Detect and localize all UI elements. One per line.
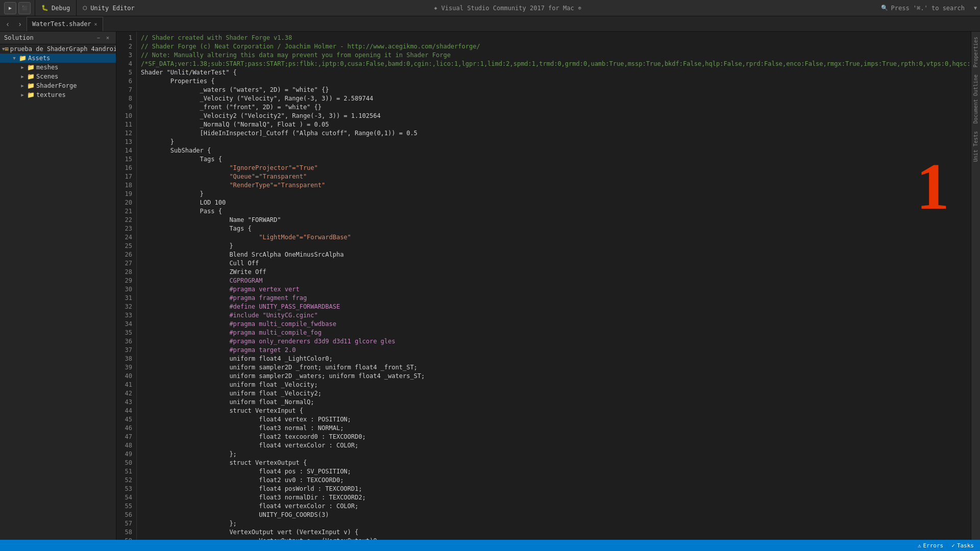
search-area[interactable]: 🔍 Press '⌘.' to search: [875, 0, 971, 16]
forward-button[interactable]: ›: [14, 18, 26, 30]
line-number: 6: [116, 77, 132, 86]
code-line: ZWrite Off: [141, 268, 967, 277]
code-line: uniform sampler2D _front; uniform float4…: [141, 363, 967, 372]
line-number: 29: [116, 277, 132, 285]
line-number: 21: [116, 207, 132, 216]
code-line: #pragma fragment frag: [141, 294, 967, 303]
main-layout: Solution − × ▼ ⊞ prueba de ShaderGraph 4…: [0, 32, 980, 551]
topbar-expand[interactable]: ▼: [971, 5, 980, 11]
tree-assets[interactable]: ▼ 📁 Assets: [0, 54, 116, 63]
line-number: 32: [116, 303, 132, 311]
errors-button[interactable]: ⚠ Errors: [918, 542, 943, 549]
right-sidebar: Properties Document Outline Unit Tests: [971, 32, 980, 551]
line-number: 54: [116, 493, 132, 502]
folder-shaderforge-label: ShaderForge: [36, 82, 77, 89]
code-line: "RenderType"="Transparent": [141, 181, 967, 190]
status-right: ⚠ Errors ✓ Tasks: [918, 542, 974, 549]
tab-bar: ‹ › WaterTest.shader ×: [0, 16, 980, 32]
line-number: 48: [116, 441, 132, 450]
code-line: "LightMode"="ForwardBase": [141, 233, 967, 242]
unity-editor-label: Unity Editor: [90, 5, 135, 12]
title-expand-icon: ⊕: [578, 5, 581, 11]
code-line: Blend SrcAlpha OneMinusSrcAlpha: [141, 251, 967, 259]
folder-scenes-label: Scenes: [36, 73, 58, 80]
line-number: 58: [116, 528, 132, 537]
tree-solution-root[interactable]: ▼ ⊞ prueba de ShaderGraph 4android: [0, 44, 116, 54]
tree-textures[interactable]: ▶ 📁 textures: [0, 90, 116, 99]
line-number: 11: [116, 120, 132, 129]
tree-arrow-shaderforge: ▶: [18, 83, 27, 88]
debug-button[interactable]: ⬛: [18, 2, 31, 14]
title-icon: ◈: [434, 5, 437, 11]
line-number: 55: [116, 502, 132, 511]
code-line: float3 normalDir : TEXCOORD2;: [141, 493, 967, 502]
code-line: VertexOutput vert (VertexInput v) {: [141, 528, 967, 537]
line-number: 9: [116, 103, 132, 112]
code-line: Properties {: [141, 77, 967, 86]
right-tab-properties[interactable]: Properties: [972, 34, 979, 70]
line-number: 46: [116, 424, 132, 433]
code-line: float3 normal : NORMAL;: [141, 424, 967, 433]
code-line: };: [141, 450, 967, 459]
line-number: 22: [116, 216, 132, 224]
solution-minimize[interactable]: −: [94, 34, 103, 42]
solution-header: Solution − ×: [0, 32, 116, 44]
tree-arrow-textures: ▶: [18, 92, 27, 97]
right-tab-unit-tests[interactable]: Unit Tests: [972, 128, 979, 165]
line-number: 42: [116, 389, 132, 398]
line-number: 13: [116, 138, 132, 146]
line-number: 53: [116, 485, 132, 493]
code-line: _NormalQ ("NormalQ", Float ) = 0.05: [141, 120, 967, 129]
line-number: 37: [116, 346, 132, 355]
code-content[interactable]: 1234567891011121314151617181920212223242…: [116, 32, 971, 545]
tasks-button[interactable]: ✓ Tasks: [951, 542, 974, 549]
file-tab-watershader[interactable]: WaterTest.shader ×: [27, 17, 103, 31]
line-number: 7: [116, 86, 132, 94]
line-number: 31: [116, 294, 132, 303]
code-line: Cull Off: [141, 259, 967, 268]
line-number: 15: [116, 155, 132, 164]
debug-label: Debug: [52, 5, 70, 12]
code-line: Tags {: [141, 224, 967, 233]
tree-meshes[interactable]: ▶ 📁 meshes: [0, 63, 116, 72]
folder-meshes-label: meshes: [36, 64, 58, 71]
back-button[interactable]: ‹: [2, 18, 13, 30]
run-button[interactable]: ▶: [4, 2, 16, 14]
tree-arrow-assets: ▼: [10, 56, 18, 61]
code-line: #pragma target 2.0: [141, 346, 967, 355]
folder-scenes-icon: 📁: [27, 73, 35, 80]
folder-textures-icon: 📁: [27, 91, 35, 98]
code-line: #pragma multi_compile_fog: [141, 329, 967, 337]
folder-textures-label: textures: [36, 91, 66, 98]
line-number: 51: [116, 467, 132, 476]
unity-editor-tab[interactable]: ⬡ Unity Editor: [77, 0, 141, 16]
line-number: 41: [116, 381, 132, 389]
code-line: uniform float _NormalQ;: [141, 398, 967, 407]
line-number: 24: [116, 233, 132, 242]
folder-meshes-icon: 📁: [27, 64, 35, 71]
line-number: 1: [116, 34, 132, 42]
unity-icon: ⬡: [83, 5, 87, 11]
file-tab-close[interactable]: ×: [94, 21, 97, 27]
tree-scenes[interactable]: ▶ 📁 Scenes: [0, 72, 116, 81]
code-line: LOD 100: [141, 198, 967, 207]
line-number: 3: [116, 51, 132, 60]
code-line: _Velocity ("Velocity", Range(-3, 3)) = 2…: [141, 94, 967, 103]
code-line: Name "FORWARD": [141, 216, 967, 224]
line-number: 26: [116, 251, 132, 259]
code-line: uniform float _Velocity;: [141, 381, 967, 389]
line-number: 43: [116, 398, 132, 407]
solution-close[interactable]: ×: [104, 34, 112, 42]
code-text[interactable]: // Shader created with Shader Forge v1.3…: [137, 32, 971, 545]
sidebar: Solution − × ▼ ⊞ prueba de ShaderGraph 4…: [0, 32, 116, 551]
solution-controls: − ×: [94, 34, 112, 42]
right-tab-document-outline[interactable]: Document Outline: [972, 71, 979, 127]
tree-shaderforge[interactable]: ▶ 📁 ShaderForge: [0, 81, 116, 90]
line-number: 2: [116, 42, 132, 51]
line-number: 49: [116, 450, 132, 459]
line-number: 10: [116, 112, 132, 120]
debug-tab[interactable]: 🐛 Debug: [35, 0, 77, 16]
tree-arrow-scenes: ▶: [18, 74, 27, 79]
debug-icon: 🐛: [41, 5, 48, 11]
line-number: 36: [116, 337, 132, 346]
